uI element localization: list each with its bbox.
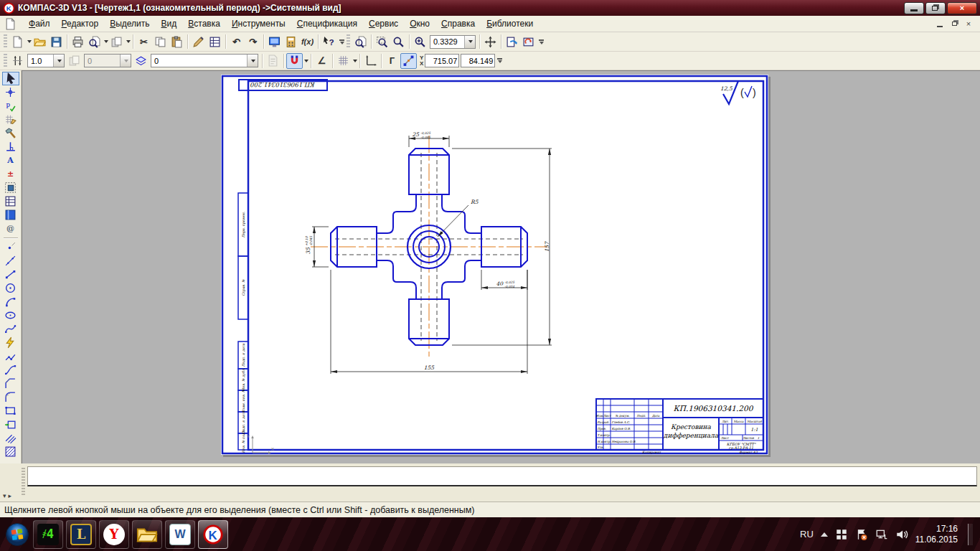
pan-button[interactable] <box>482 34 499 50</box>
menu-file[interactable]: Файл <box>23 17 56 31</box>
chamfer-tool[interactable] <box>2 377 19 390</box>
layer-combo[interactable]: 0 <box>151 54 258 67</box>
title-block[interactable]: КП.1906310341.200 Крестовина дифференциа… <box>596 399 763 454</box>
context-help-button[interactable] <box>321 34 337 50</box>
menu-libraries[interactable]: Библиотеки <box>481 17 539 31</box>
zoom-in-button[interactable] <box>412 34 428 50</box>
circle-tool[interactable] <box>2 281 19 295</box>
tray-expand-icon[interactable] <box>821 532 828 537</box>
taskbar-app-kompas[interactable] <box>198 520 228 549</box>
fillet-tool[interactable] <box>2 390 19 404</box>
designation-box[interactable]: КП.1906310341.200 <box>239 80 327 90</box>
nurbs-tool[interactable] <box>2 322 19 336</box>
collect-contour-tool[interactable] <box>2 418 19 431</box>
panel-specification[interactable] <box>2 194 19 208</box>
variables-button[interactable] <box>283 34 299 50</box>
point-tool[interactable] <box>2 240 19 254</box>
panel-insertions[interactable]: @ <box>2 222 19 235</box>
panel-designations[interactable] <box>2 99 19 113</box>
panel-parameterization[interactable] <box>2 126 19 140</box>
zoom-auto-button[interactable] <box>390 34 407 50</box>
menu-service[interactable]: Сервис <box>363 17 404 31</box>
hatch-tool[interactable] <box>2 445 19 458</box>
action-center-flag-icon[interactable] <box>855 528 868 541</box>
print-preview-button[interactable] <box>86 34 103 50</box>
document-manager-button[interactable] <box>266 34 283 50</box>
grid-dropdown-arrow[interactable] <box>353 60 357 62</box>
paste-button[interactable] <box>169 34 185 50</box>
panel-tolerance[interactable]: ± <box>2 167 19 181</box>
toolbar-grip[interactable] <box>4 34 7 49</box>
menu-editor[interactable]: Редактор <box>56 17 105 31</box>
arc-tool[interactable] <box>2 295 19 309</box>
document-icon[interactable] <box>4 18 17 29</box>
broken-line-tool[interactable] <box>2 349 19 363</box>
taskbar-app-warcraft[interactable]: ҂4 <box>33 520 63 549</box>
zoom-combo[interactable]: 0.3329 <box>430 35 476 49</box>
menu-help[interactable]: Справка <box>435 17 481 31</box>
menu-select[interactable]: Выделить <box>104 17 155 31</box>
property-panel-grip[interactable] <box>22 468 25 495</box>
drawing-canvas[interactable]: КП.1906310341.200 Перв. примен. Справ. №… <box>22 70 980 463</box>
zoom-selected-button[interactable] <box>352 34 369 50</box>
zoom-combo-arrow[interactable] <box>464 36 475 48</box>
roughness-symbol[interactable]: 12,5 ( ) <box>720 81 756 104</box>
ellipse-tool[interactable] <box>2 309 19 322</box>
network-icon[interactable] <box>875 528 888 541</box>
undo-button[interactable]: ↶ <box>228 34 245 50</box>
part-geometry[interactable] <box>311 136 547 358</box>
menu-specification[interactable]: Спецификация <box>291 17 363 31</box>
taskbar-app-lol[interactable]: L <box>66 520 96 549</box>
rounding-toggle[interactable] <box>400 53 417 69</box>
start-button[interactable] <box>3 520 32 549</box>
panel-measurements[interactable] <box>2 140 19 154</box>
specification-button[interactable] <box>207 34 223 50</box>
fx-button[interactable]: f(x) <box>299 34 316 50</box>
copy-button[interactable] <box>152 34 169 50</box>
grid-toggle[interactable] <box>335 53 352 69</box>
snap-dropdown-arrow[interactable] <box>304 60 308 62</box>
segment-tool[interactable] <box>2 268 19 281</box>
state-toolbar-grip[interactable] <box>4 54 7 68</box>
close-button[interactable]: × <box>947 2 977 14</box>
step-combo-arrow[interactable] <box>53 55 64 67</box>
titlebar[interactable]: КОМПАС-3D V13 - [Чертеж1,1 (ознакомитель… <box>0 0 980 16</box>
auxiliary-line-tool[interactable] <box>2 254 19 268</box>
rectangle-tool[interactable] <box>2 404 19 418</box>
panel-geometry[interactable] <box>2 72 19 85</box>
minimize-button[interactable] <box>904 2 924 14</box>
state-toolbar-overflow[interactable] <box>497 58 502 63</box>
page-setup-dropdown-arrow[interactable] <box>126 40 131 43</box>
continuous-input-tool[interactable] <box>2 336 19 349</box>
property-panel-field[interactable] <box>27 466 977 486</box>
angle-snap-button[interactable]: ∠ <box>314 53 330 69</box>
mdi-restore-button[interactable] <box>948 19 960 29</box>
drawing-svg[interactable]: КП.1906310341.200 Перв. примен. Справ. №… <box>221 75 768 455</box>
taskbar-app-word[interactable]: W <box>165 520 195 549</box>
bezier-tool[interactable] <box>2 363 19 377</box>
redo-button[interactable]: ↷ <box>245 34 261 50</box>
copy-properties-button[interactable] <box>190 34 207 50</box>
coord-x-field[interactable]: 715.07 <box>425 54 459 67</box>
mdi-minimize-button[interactable] <box>934 19 946 29</box>
rebuild-view-button[interactable] <box>520 34 537 50</box>
taskbar-app-explorer[interactable] <box>132 520 162 549</box>
show-desktop-button[interactable] <box>968 524 973 545</box>
drawing-sheet[interactable]: КП.1906310341.200 Перв. примен. Справ. №… <box>221 75 768 455</box>
coord-y-field[interactable]: 84.149 <box>461 54 495 67</box>
cut-button[interactable]: ✂ <box>136 34 152 50</box>
document-properties-button[interactable] <box>265 53 281 69</box>
refresh-view-button[interactable] <box>504 34 520 50</box>
zoom-frame-button[interactable] <box>374 34 390 50</box>
snap-magnet-toggle[interactable] <box>286 53 303 69</box>
save-button[interactable] <box>48 34 65 50</box>
toolbar-overflow[interactable] <box>339 39 344 44</box>
panel-editing[interactable] <box>2 113 19 126</box>
menu-tools[interactable]: Инструменты <box>226 17 291 31</box>
menu-insert[interactable]: Вставка <box>182 17 226 31</box>
page-setup-button[interactable] <box>108 34 125 50</box>
ortho-toggle[interactable]: Г <box>384 53 400 69</box>
print-button[interactable] <box>70 34 86 50</box>
property-panel-tabs[interactable]: ▾▸ <box>3 492 14 499</box>
taskbar-app-yandex[interactable]: Y <box>99 520 129 549</box>
